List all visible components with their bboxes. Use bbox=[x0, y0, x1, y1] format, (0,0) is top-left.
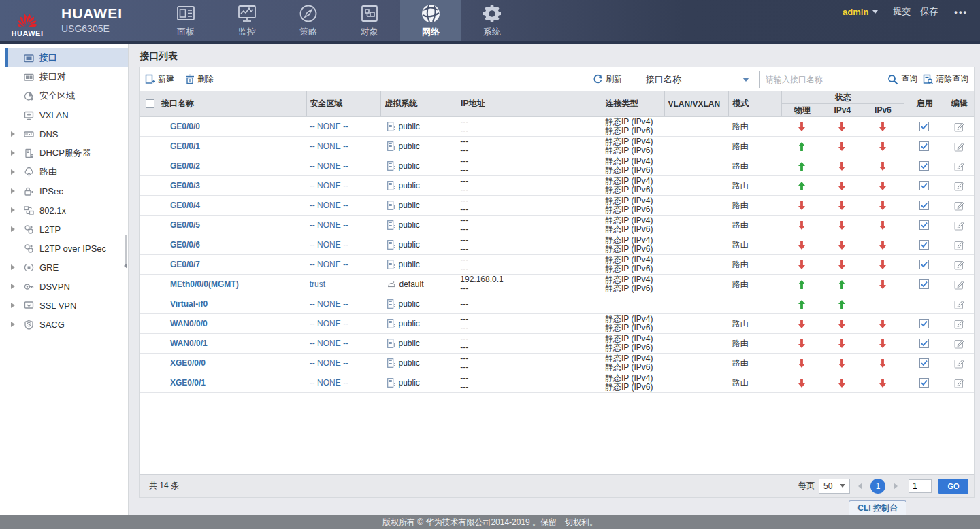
edit-button[interactable] bbox=[954, 181, 964, 191]
expand-arrow-icon[interactable] bbox=[11, 322, 18, 327]
more-menu-icon[interactable]: ••• bbox=[954, 7, 968, 17]
per-page-select[interactable]: 50 bbox=[819, 479, 850, 494]
security-zone-link[interactable]: -- NONE -- bbox=[310, 220, 348, 230]
enabled-checkbox[interactable] bbox=[919, 201, 929, 210]
security-zone-link[interactable]: -- NONE -- bbox=[310, 181, 348, 190]
interface-name-link[interactable]: GE0/0/6 bbox=[170, 240, 200, 250]
security-zone-link[interactable]: -- NONE -- bbox=[310, 358, 348, 368]
nav-tab-5[interactable]: 网络 bbox=[400, 0, 461, 41]
sidebar-item[interactable]: SACG bbox=[0, 315, 128, 334]
interface-name-link[interactable]: GE0/0/1 bbox=[170, 141, 200, 151]
sidebar-item[interactable]: 路由 bbox=[0, 163, 128, 182]
save-button[interactable]: 保存 bbox=[920, 5, 938, 18]
edit-button[interactable] bbox=[954, 141, 964, 152]
nav-tab-4[interactable]: 对象 bbox=[339, 0, 400, 41]
sidebar-item[interactable]: DHCP服务器 bbox=[0, 143, 128, 163]
enabled-checkbox[interactable] bbox=[919, 161, 929, 171]
enabled-checkbox[interactable] bbox=[919, 260, 929, 269]
expand-arrow-icon[interactable] bbox=[11, 226, 18, 232]
enabled-checkbox[interactable] bbox=[919, 181, 929, 190]
expand-arrow-icon[interactable] bbox=[11, 264, 18, 270]
expand-arrow-icon[interactable] bbox=[11, 131, 18, 137]
security-zone-link[interactable]: -- NONE -- bbox=[310, 161, 348, 171]
sidebar-item[interactable]: 接口 bbox=[5, 48, 128, 67]
enabled-checkbox[interactable] bbox=[919, 220, 929, 230]
clear-query-button[interactable]: 清除查询 bbox=[923, 73, 968, 85]
sidebar-item[interactable]: DNS bbox=[0, 124, 128, 143]
enabled-checkbox[interactable] bbox=[919, 358, 929, 368]
sidebar-item[interactable]: 安全区域 bbox=[0, 86, 128, 105]
interface-name-link[interactable]: GE0/0/3 bbox=[170, 181, 200, 190]
search-input[interactable] bbox=[760, 71, 875, 88]
sidebar-item[interactable]: SSL VPN bbox=[0, 296, 128, 315]
sidebar-collapse-handle[interactable] bbox=[124, 261, 129, 271]
edit-button[interactable] bbox=[954, 279, 964, 290]
current-page-button[interactable]: 1 bbox=[870, 479, 885, 494]
edit-button[interactable] bbox=[954, 358, 964, 369]
interface-name-link[interactable]: GE0/0/5 bbox=[170, 220, 200, 230]
nav-tab-3[interactable]: 策略 bbox=[278, 0, 339, 41]
refresh-button[interactable]: 刷新 bbox=[593, 73, 622, 85]
go-button[interactable]: GO bbox=[938, 479, 968, 494]
interface-name-link[interactable]: GE0/0/2 bbox=[170, 161, 200, 171]
security-zone-link[interactable]: -- NONE -- bbox=[310, 260, 348, 269]
nav-tab-2[interactable]: 监控 bbox=[216, 0, 278, 41]
query-button[interactable]: 查询 bbox=[887, 73, 917, 85]
security-zone-link[interactable]: -- NONE -- bbox=[310, 299, 348, 309]
sidebar-item[interactable]: 接口对 bbox=[0, 67, 128, 86]
sidebar-item[interactable]: DSVPN bbox=[0, 277, 128, 296]
sidebar-item[interactable]: L2TP over IPSec bbox=[0, 239, 128, 258]
sidebar-item[interactable]: VXLAN bbox=[0, 105, 128, 124]
edit-button[interactable] bbox=[954, 122, 964, 132]
enabled-checkbox[interactable] bbox=[919, 339, 929, 348]
edit-button[interactable] bbox=[954, 378, 964, 388]
interface-name-link[interactable]: WAN0/0/0 bbox=[170, 319, 208, 328]
security-zone-link[interactable]: -- NONE -- bbox=[310, 122, 348, 131]
expand-arrow-icon[interactable] bbox=[11, 169, 18, 175]
interface-name-link[interactable]: XGE0/0/1 bbox=[170, 378, 206, 388]
expand-arrow-icon[interactable] bbox=[11, 284, 18, 289]
expand-arrow-icon[interactable] bbox=[11, 188, 18, 194]
user-menu[interactable]: admin bbox=[843, 7, 878, 17]
next-page-button[interactable] bbox=[894, 483, 898, 490]
enabled-checkbox[interactable] bbox=[919, 319, 929, 328]
commit-button[interactable]: 提交 bbox=[893, 5, 911, 18]
edit-button[interactable] bbox=[954, 240, 964, 250]
select-all-checkbox[interactable] bbox=[146, 99, 154, 108]
edit-button[interactable] bbox=[954, 220, 964, 231]
delete-button[interactable]: 删除 bbox=[185, 73, 214, 85]
cli-console-button[interactable]: CLI 控制台 bbox=[849, 500, 906, 515]
edit-button[interactable] bbox=[954, 319, 964, 329]
security-zone-link[interactable]: -- NONE -- bbox=[310, 319, 348, 328]
security-zone-link[interactable]: trust bbox=[310, 279, 325, 289]
security-zone-link[interactable]: -- NONE -- bbox=[310, 141, 348, 151]
prev-page-button[interactable] bbox=[858, 483, 862, 490]
expand-arrow-icon[interactable] bbox=[11, 303, 18, 308]
security-zone-link[interactable]: -- NONE -- bbox=[310, 240, 348, 250]
sidebar-item[interactable]: IPSec bbox=[0, 182, 128, 201]
expand-arrow-icon[interactable] bbox=[11, 207, 18, 213]
sidebar-item[interactable]: L2TP bbox=[0, 220, 128, 239]
edit-button[interactable] bbox=[954, 260, 964, 270]
interface-name-link[interactable]: WAN0/0/1 bbox=[170, 339, 208, 348]
security-zone-link[interactable]: -- NONE -- bbox=[310, 378, 348, 388]
goto-page-input[interactable] bbox=[909, 479, 932, 493]
interface-name-link[interactable]: MEth0/0/0(MGMT) bbox=[170, 279, 239, 289]
edit-button[interactable] bbox=[954, 201, 964, 211]
interface-name-link[interactable]: XGE0/0/0 bbox=[170, 358, 206, 368]
enabled-checkbox[interactable] bbox=[919, 240, 929, 250]
enabled-checkbox[interactable] bbox=[919, 122, 929, 131]
edit-button[interactable] bbox=[954, 161, 964, 171]
search-field-select[interactable]: 接口名称 bbox=[640, 71, 755, 88]
nav-tab-6[interactable]: 系统 bbox=[461, 0, 523, 41]
interface-name-link[interactable]: GE0/0/0 bbox=[170, 122, 200, 131]
edit-button[interactable] bbox=[954, 299, 964, 309]
security-zone-link[interactable]: -- NONE -- bbox=[310, 201, 348, 210]
edit-button[interactable] bbox=[954, 339, 964, 349]
enabled-checkbox[interactable] bbox=[919, 141, 929, 151]
interface-name-link[interactable]: GE0/0/4 bbox=[170, 201, 200, 210]
expand-arrow-icon[interactable] bbox=[11, 150, 18, 156]
new-button[interactable]: 新建 bbox=[145, 73, 174, 85]
security-zone-link[interactable]: -- NONE -- bbox=[310, 339, 348, 348]
interface-name-link[interactable]: GE0/0/7 bbox=[170, 260, 200, 269]
